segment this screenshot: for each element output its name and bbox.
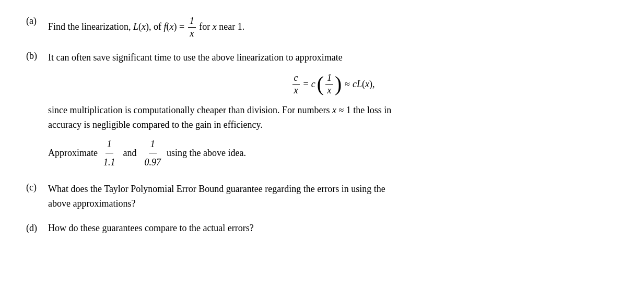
frac-c-over-x: c x xyxy=(292,73,300,96)
frac-denominator-x: x xyxy=(292,85,300,96)
frac-2-den: 0.97 xyxy=(143,153,162,171)
inner-numerator: 1 xyxy=(325,73,333,85)
part-c: (c) What does the Taylor Polynomial Erro… xyxy=(26,182,618,211)
part-c-content: What does the Taylor Polynomial Error Bo… xyxy=(48,182,618,211)
part-a-label: (a) xyxy=(26,16,48,27)
frac-numerator-c: c xyxy=(292,73,300,85)
part-b-label: (b) xyxy=(26,51,48,62)
centered-equation: c x = c ( 1 x ) ≈ cL(x), xyxy=(48,73,618,96)
and-text: and xyxy=(123,145,136,161)
using-text: using the above idea. xyxy=(167,145,246,161)
coeff-c: c xyxy=(311,79,315,90)
part-d: (d) How do these guarantees compare to t… xyxy=(26,223,618,234)
part-c-text2: above approximations? xyxy=(48,198,135,209)
part-c-label: (c) xyxy=(26,182,48,193)
frac-1-over-x-inner: 1 x xyxy=(325,73,333,96)
frac-2-num: 1 xyxy=(149,136,157,153)
inner-denominator: x xyxy=(325,85,333,96)
part-d-label: (d) xyxy=(26,223,48,234)
fraction-1-over-x: 1x xyxy=(188,16,196,39)
approximate-line: Approximate 1 1.1 and 1 0.97 using the a… xyxy=(48,136,618,171)
part-a-end-text: for x near 1. xyxy=(197,21,244,32)
part-a: (a) Find the linearization, L(x), of f(x… xyxy=(26,16,618,39)
part-d-text: How do these guarantees compare to the a… xyxy=(48,223,254,233)
part-a-content: Find the linearization, L(x), of f(x) = … xyxy=(48,16,618,39)
frac-1-1-den: 1.1 xyxy=(102,153,117,171)
part-b: (b) It can often save significant time t… xyxy=(26,51,618,171)
part-b-body: since multiplication is computationally … xyxy=(48,103,618,133)
left-paren: ( xyxy=(317,74,324,95)
part-b-content: It can often save significant time to us… xyxy=(48,51,618,171)
right-paren: ) xyxy=(335,74,342,95)
cLx-text: cL(x), xyxy=(353,79,375,90)
approx-symbol: ≈ xyxy=(345,79,350,90)
frac-1-over-0.97: 1 0.97 xyxy=(143,136,162,171)
frac-1-over-1.1: 1 1.1 xyxy=(102,136,117,171)
part-c-text1: What does the Taylor Polynomial Error Bo… xyxy=(48,184,385,194)
part-a-text: Find the linearization, L(x), of f(x) = xyxy=(48,21,187,32)
approximate-word: Approximate xyxy=(48,145,98,161)
frac-1-1-num: 1 xyxy=(106,136,113,153)
part-d-content: How do these guarantees compare to the a… xyxy=(48,223,618,234)
equals-sign: = xyxy=(303,79,309,90)
part-b-intro: It can often save significant time to us… xyxy=(48,51,618,65)
